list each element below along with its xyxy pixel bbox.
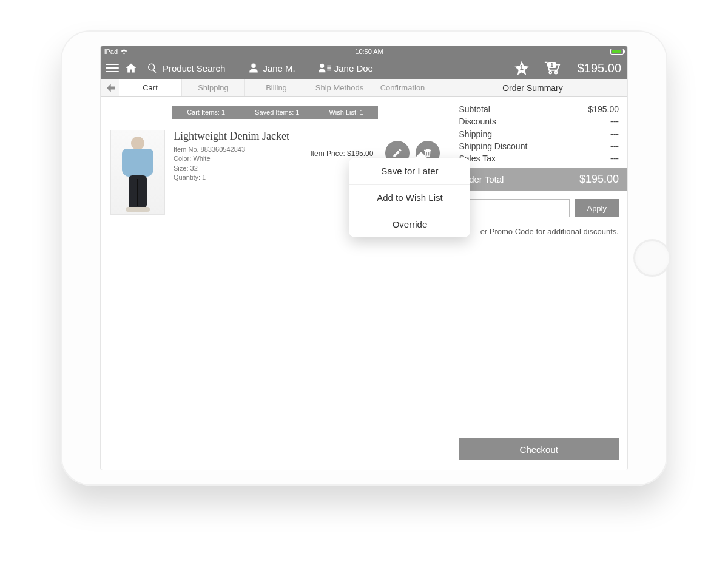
product-title: Lightweight Denim Jacket (174, 130, 302, 143)
order-summary-panel: Subtotal$195.00 Discounts--- Shipping---… (450, 97, 627, 470)
tax-value: --- (610, 152, 619, 164)
search-placeholder[interactable]: Product Search (163, 63, 225, 73)
associate-chip[interactable]: Jane M. (248, 63, 295, 73)
customer-name: Jane Doe (334, 63, 373, 73)
home-button[interactable] (633, 239, 671, 277)
favorites-button[interactable]: 1 (513, 59, 530, 76)
discounts-label: Discounts (459, 115, 496, 127)
menu-button[interactable] (106, 64, 119, 72)
arrow-left-icon (104, 82, 116, 94)
cart-line-item: Lightweight Denim Jacket Item No. 883360… (110, 127, 440, 217)
back-button[interactable] (101, 79, 119, 96)
cart-button[interactable]: 1 (544, 61, 561, 75)
subtotal-value: $195.00 (588, 103, 619, 115)
shipping-value: --- (610, 128, 619, 140)
promo-hint-text: er Promo Code for additional discounts. (459, 227, 619, 236)
checkout-button[interactable]: Checkout (459, 438, 619, 460)
ios-status-bar: iPad 10:50 AM (101, 46, 627, 57)
wifi-icon (120, 49, 128, 55)
battery-icon (610, 49, 624, 55)
tab-confirmation[interactable]: Confirmation (371, 79, 434, 96)
subtotal-label: Subtotal (459, 103, 490, 115)
product-color: Color: White (174, 154, 302, 163)
customer-chip[interactable]: Jane Doe (318, 63, 373, 73)
person-list-icon (318, 63, 331, 73)
pill-cart-items[interactable]: Cart Items: 1 (172, 106, 240, 119)
product-size: Size: 32 (174, 164, 302, 173)
discounts-value: --- (610, 115, 619, 127)
carrier-label: iPad (104, 48, 118, 55)
tab-ship-methods[interactable]: Ship Methods (308, 79, 371, 96)
app-header: Product Search Jane M. Jane Doe 1 1 $195… (101, 57, 627, 79)
clock: 10:50 AM (355, 48, 383, 55)
search-icon[interactable] (147, 63, 158, 73)
promo-code-input[interactable] (459, 199, 570, 217)
apply-promo-button[interactable]: Apply (575, 199, 619, 217)
cart-count: 1 (548, 62, 556, 68)
person-icon (248, 63, 259, 73)
popover-save-later[interactable]: Save for Later (349, 158, 470, 185)
shipping-label: Shipping (459, 128, 492, 140)
item-actions-popover: Save for Later Add to Wish List Override (349, 158, 470, 237)
product-qty: Quantity: 1 (174, 173, 302, 182)
cart-filter-pills: Cart Items: 1 Saved Items: 1 Wish List: … (110, 106, 440, 119)
product-image[interactable] (110, 130, 165, 215)
tab-shipping[interactable]: Shipping (182, 79, 245, 96)
pill-saved-items[interactable]: Saved Items: 1 (240, 106, 314, 119)
favorites-count: 1 (520, 64, 524, 71)
order-summary-heading: Order Summary (438, 79, 627, 96)
ship-disc-value: --- (610, 140, 619, 152)
ship-disc-label: Shipping Discount (459, 140, 527, 152)
tablet-frame: iPad 10:50 AM Product Search Jane M. Ja (61, 30, 667, 486)
popover-add-wishlist[interactable]: Add to Wish List (349, 185, 470, 211)
pencil-icon (392, 147, 403, 158)
header-total: $195.00 (578, 61, 621, 75)
popover-override[interactable]: Override (349, 211, 470, 237)
checkout-tabs: Cart Shipping Billing Ship Methods Confi… (101, 79, 627, 97)
associate-name: Jane M. (263, 63, 295, 73)
home-icon[interactable] (125, 62, 137, 74)
app-screen: iPad 10:50 AM Product Search Jane M. Ja (100, 46, 628, 470)
order-total-value: $195.00 (579, 173, 619, 186)
pill-wish-list[interactable]: Wish List: 1 (314, 106, 378, 119)
tab-cart[interactable]: Cart (119, 79, 182, 96)
tab-billing[interactable]: Billing (245, 79, 308, 96)
product-sku: Item No. 883360542843 (174, 145, 302, 154)
cart-panel: Cart Items: 1 Saved Items: 1 Wish List: … (101, 97, 450, 470)
